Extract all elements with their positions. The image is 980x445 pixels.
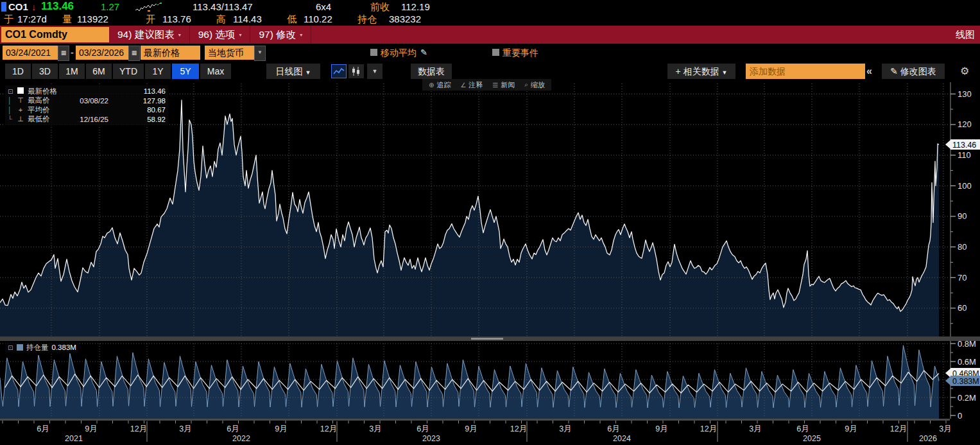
svg-text:0: 0 xyxy=(958,411,962,421)
legend-last-price-row[interactable]: ⊡ 最新价格 113.46 xyxy=(8,87,166,96)
svg-text:6月: 6月 xyxy=(37,424,49,433)
chart-legend: ⊡ 最新价格 113.46 │ ⊤ 最高价 03/08/22 127.98 │ … xyxy=(5,85,168,125)
svg-text:12月: 12月 xyxy=(130,424,147,433)
svg-text:3月: 3月 xyxy=(939,424,951,433)
svg-text:2021: 2021 xyxy=(65,434,83,443)
track-icon: ⊕ xyxy=(429,82,434,89)
tree-pipe: │ xyxy=(8,107,13,114)
svg-text:0.6M: 0.6M xyxy=(958,357,976,367)
oi-series-swatch xyxy=(17,344,23,351)
track-tool[interactable]: ⊕追踪 xyxy=(429,80,451,90)
annotate-icon: ∠ xyxy=(460,82,466,89)
svg-text:6月: 6月 xyxy=(607,424,619,433)
svg-text:113.46: 113.46 xyxy=(952,141,976,150)
annotate-tool[interactable]: ∠注释 xyxy=(460,80,483,90)
pane-divider xyxy=(0,336,980,341)
svg-text:100: 100 xyxy=(958,181,972,191)
search-icon: ⌕ xyxy=(524,81,528,89)
pane-divider-handle[interactable] xyxy=(471,338,503,340)
svg-text:0.383M: 0.383M xyxy=(952,377,979,386)
svg-text:60: 60 xyxy=(958,303,967,313)
svg-text:3月: 3月 xyxy=(179,424,191,433)
tree-box-icon: ⊡ xyxy=(8,88,13,95)
high-marker-icon: ⊤ xyxy=(16,96,25,105)
svg-text:3月: 3月 xyxy=(369,424,381,433)
svg-text:6月: 6月 xyxy=(796,424,809,433)
svg-text:12月: 12月 xyxy=(320,424,337,433)
news-tool[interactable]: ☰新闻 xyxy=(492,80,515,90)
svg-text:120: 120 xyxy=(958,119,972,129)
svg-text:9月: 9月 xyxy=(845,424,857,433)
legend-average-row[interactable]: │ + 平均价 80.67 xyxy=(8,105,166,115)
tree-box-icon: ⊡ xyxy=(8,344,13,351)
svg-text:12月: 12月 xyxy=(700,424,717,433)
svg-text:9月: 9月 xyxy=(655,424,667,433)
svg-text:0.2M: 0.2M xyxy=(958,393,976,403)
svg-text:9月: 9月 xyxy=(85,424,97,433)
tree-end: └ xyxy=(8,116,13,123)
svg-text:2026: 2026 xyxy=(919,434,937,443)
svg-text:2025: 2025 xyxy=(803,434,821,443)
open-interest-legend[interactable]: ⊡ 持仓量 0.383M xyxy=(5,342,79,353)
svg-text:9月: 9月 xyxy=(275,424,287,433)
bloomberg-terminal-window: CO1 ↓ 113.46 1.27 113.43/113.47 6x4 前收 1… xyxy=(0,0,980,445)
legend-high-row[interactable]: │ ⊤ 最高价 03/08/22 127.98 xyxy=(8,96,166,106)
svg-text:12月: 12月 xyxy=(890,424,907,433)
svg-text:70: 70 xyxy=(958,273,967,283)
legend-low-row[interactable]: └ ⊥ 最低价 12/16/25 58.92 xyxy=(8,115,166,125)
chart-tools-bar: ⊕追踪 ∠注释 ☰新闻 ⌕缩放 xyxy=(422,79,551,91)
svg-text:80: 80 xyxy=(958,242,967,252)
news-icon: ☰ xyxy=(492,82,498,89)
low-marker-icon: ⊥ xyxy=(16,115,25,123)
series-swatch xyxy=(16,87,25,95)
svg-text:3月: 3月 xyxy=(749,424,761,433)
svg-text:9月: 9月 xyxy=(465,424,477,433)
zoom-tool[interactable]: ⌕缩放 xyxy=(524,80,545,90)
svg-text:2022: 2022 xyxy=(232,434,250,443)
svg-text:2024: 2024 xyxy=(613,434,631,443)
svg-text:12月: 12月 xyxy=(510,424,527,433)
svg-text:90: 90 xyxy=(958,211,967,221)
svg-text:110: 110 xyxy=(958,150,971,160)
tree-pipe: │ xyxy=(8,97,13,104)
price-chart[interactable]: 6070809010011012013000.2M0.6M0.8M113.460… xyxy=(0,0,980,445)
svg-text:130: 130 xyxy=(958,89,972,99)
svg-text:6月: 6月 xyxy=(227,424,239,433)
svg-text:6月: 6月 xyxy=(417,424,429,433)
svg-text:3月: 3月 xyxy=(559,424,571,433)
average-marker-icon: + xyxy=(16,106,25,114)
svg-text:2023: 2023 xyxy=(422,434,440,443)
